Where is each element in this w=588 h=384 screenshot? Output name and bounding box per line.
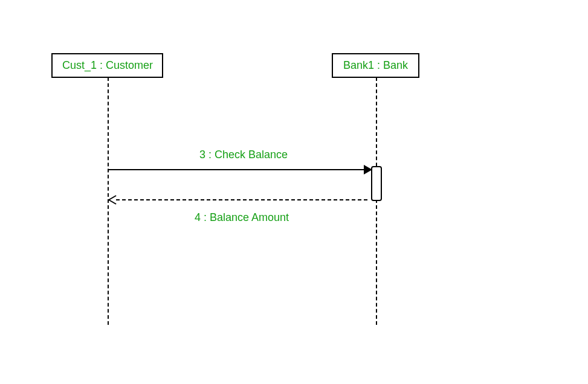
- activation-bar-bank: [371, 166, 382, 201]
- lifeline-customer: Cust_1 : Customer: [51, 53, 163, 78]
- message-check-balance-arrow: [109, 169, 367, 170]
- lifeline-bank-dash: [376, 77, 377, 325]
- lifeline-customer-label: Cust_1 : Customer: [62, 59, 153, 71]
- lifeline-bank: Bank1 : Bank: [332, 53, 419, 78]
- lifeline-bank-label: Bank1 : Bank: [343, 59, 408, 71]
- message-check-balance-label: 3 : Check Balance: [199, 149, 288, 161]
- message-balance-amount-label: 4 : Balance Amount: [195, 211, 289, 224]
- message-balance-amount-arrow: [116, 199, 367, 200]
- arrowhead-left-icon: [109, 195, 117, 205]
